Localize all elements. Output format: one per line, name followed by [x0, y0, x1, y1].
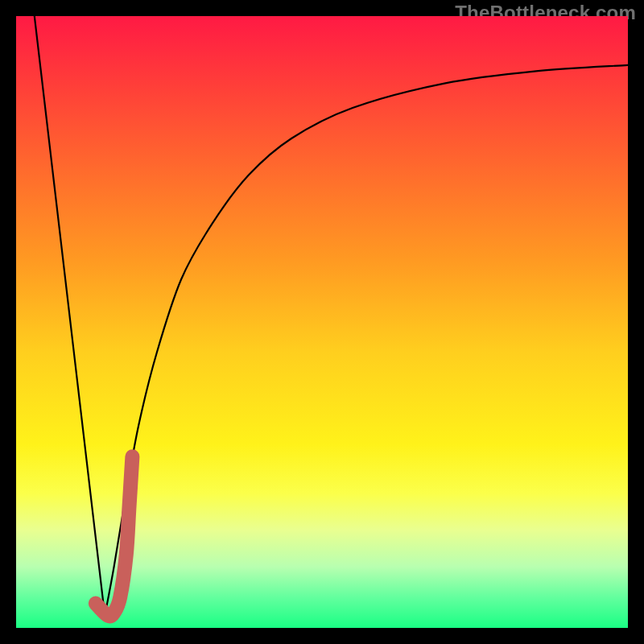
series-right-curve	[105, 65, 628, 616]
chart-stage: TheBottleneck.com	[0, 0, 644, 644]
curve-layer	[16, 16, 628, 628]
plot-area	[16, 16, 628, 628]
series-left-slope	[35, 16, 105, 616]
series-marker-j	[96, 456, 133, 616]
